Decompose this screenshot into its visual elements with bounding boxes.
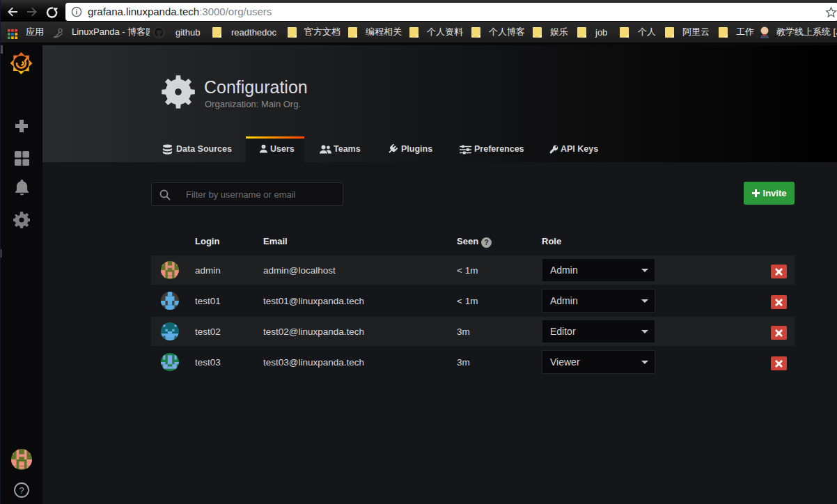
- svg-text:?: ?: [484, 239, 488, 246]
- svg-text:?: ?: [19, 485, 24, 496]
